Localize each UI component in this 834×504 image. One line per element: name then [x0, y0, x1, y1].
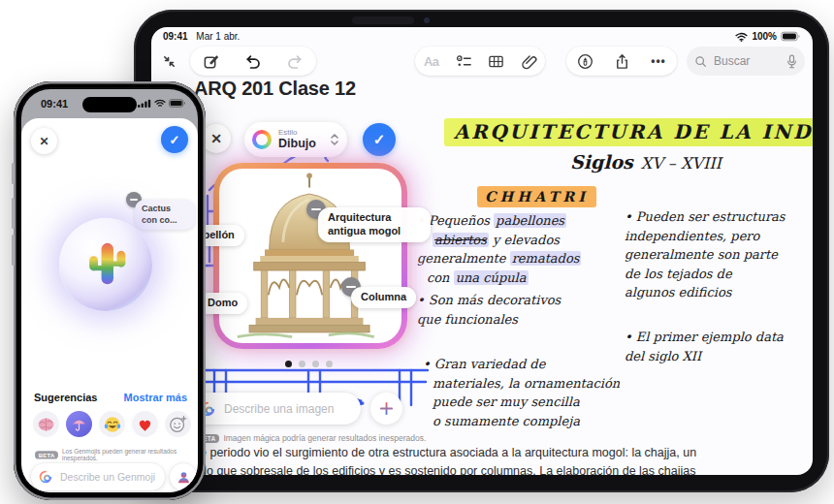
style-swatch-icon — [252, 130, 272, 149]
table-button[interactable] — [483, 47, 510, 75]
volume-up-button — [12, 198, 15, 229]
attachment-icon — [521, 53, 537, 70]
close-wand-button[interactable]: ✕ — [202, 124, 231, 153]
clock: 09:41 — [163, 31, 188, 42]
umbrella-emoji-icon — [71, 416, 87, 432]
iphone-status-bar: 09:41 — [21, 97, 198, 112]
compose-button[interactable] — [198, 47, 225, 75]
note-title[interactable]: ARQ 201 Clase 12 — [194, 78, 356, 100]
generated-image-frame[interactable] — [213, 163, 407, 349]
ipad-status-left: 09:41 Mar 1 abr. — [163, 31, 240, 42]
markup-icon — [577, 53, 593, 70]
person-genmoji-button[interactable] — [170, 463, 197, 490]
add-emoji-icon — [169, 415, 187, 433]
iphone-beta-row: BETA Los Genmojis pueden generar resulta… — [35, 449, 185, 461]
stage: 09:41 Mar 1 abr. 100% — [0, 0, 834, 504]
ipad-camera — [352, 16, 414, 24]
genmoji-wand-icon — [39, 470, 52, 484]
page-dot[interactable] — [299, 361, 305, 367]
show-more-link[interactable]: Mostrar más — [124, 392, 187, 403]
edit-toolbar-group — [190, 47, 316, 76]
markup-button[interactable] — [571, 47, 598, 75]
iphone-screen: 09:41 — [21, 89, 198, 492]
plus-icon — [379, 401, 394, 416]
label-architecture[interactable]: Arquitectura antigua mogol — [318, 207, 431, 242]
generated-chhatri-image — [219, 169, 401, 343]
close-icon: ✕ — [210, 131, 222, 146]
page-dot[interactable] — [326, 361, 333, 367]
mic-icon[interactable] — [786, 54, 797, 69]
battery-icon — [169, 99, 186, 108]
close-genmoji-button[interactable]: ✕ — [31, 128, 57, 154]
laugh-emoji-button[interactable] — [99, 411, 125, 437]
attachment-button[interactable] — [515, 47, 542, 75]
beta-badge: BETA — [35, 451, 58, 458]
variant-pager — [285, 361, 333, 367]
more-icon: ••• — [651, 54, 666, 68]
clock: 09:41 — [41, 98, 68, 110]
accept-genmoji-button[interactable]: ✓ — [161, 126, 188, 153]
checklist-button[interactable] — [450, 47, 477, 75]
ipad-device: 09:41 Mar 1 abr. 100% — [134, 10, 829, 492]
umbrella-genmoji-button[interactable] — [66, 411, 92, 437]
emoji-suggestions-row — [21, 411, 198, 440]
label-column[interactable]: Columna — [351, 287, 416, 308]
ipad-beta-row: BETA Imagen mágica podría generar result… — [194, 433, 426, 443]
wifi-icon — [735, 32, 748, 42]
dynamic-island — [82, 97, 137, 112]
iphone-device: 09:41 — [14, 81, 206, 500]
share-icon — [614, 53, 630, 70]
search-field — [687, 47, 805, 76]
redo-button[interactable] — [281, 47, 308, 75]
handwritten-bullet: • Gran variedad de materiales, la orname… — [423, 355, 620, 430]
checkmark-icon: ✓ — [170, 133, 180, 147]
actions-toolbar-group: ••• — [566, 47, 677, 76]
undo-button[interactable] — [240, 47, 267, 75]
checklist-icon — [456, 53, 472, 70]
collapse-toolbar-button[interactable] — [155, 47, 182, 75]
accept-image-button[interactable]: ✓ — [363, 123, 396, 156]
collapse-icon — [161, 53, 177, 70]
genmoji-sheet: ✕ ✓ Cactus con co... — [21, 118, 198, 492]
battery-icon — [781, 31, 801, 42]
genmoji-prompt-label[interactable]: Cactus con co... — [135, 200, 195, 230]
text-format-icon: Aa — [424, 54, 439, 69]
wifi-icon — [154, 99, 166, 108]
volume-down-button — [12, 235, 15, 266]
beta-note: Los Genmojis pueden generar resultados i… — [62, 449, 185, 461]
action-button — [12, 163, 15, 184]
describe-genmoji-field — [31, 463, 165, 490]
style-selector[interactable]: Estilo Dibujo — [244, 122, 347, 157]
describe-genmoji-input[interactable] — [58, 470, 157, 484]
iphone-status-icons — [138, 99, 186, 108]
share-button[interactable] — [608, 47, 635, 75]
handwritten-section-title: CHHATRI — [477, 188, 596, 205]
describe-image-input[interactable] — [222, 401, 351, 417]
note-body-text: e periodo vio el surgimiento de otra est… — [200, 444, 811, 475]
handwritten-subheading: SiglosXV – XVIII — [570, 151, 722, 173]
add-image-button[interactable] — [370, 393, 402, 425]
table-icon — [488, 53, 504, 70]
cactus-genmoji — [80, 235, 132, 295]
signal-icon — [138, 99, 151, 108]
search-input[interactable] — [712, 53, 782, 69]
handwritten-heading: ARQUITECTURA DE LA INDIA — [444, 120, 813, 143]
battery-percent: 100% — [752, 31, 777, 42]
format-toolbar-group: Aa — [415, 47, 545, 76]
person-icon — [176, 470, 191, 485]
text-format-button[interactable]: Aa — [418, 47, 445, 75]
search-icon — [694, 55, 707, 68]
beta-note: Imagen mágica podría generar resultados … — [223, 433, 426, 443]
page-dot[interactable] — [285, 361, 292, 367]
page-dot[interactable] — [312, 361, 319, 367]
describe-image-field — [190, 393, 361, 425]
brain-emoji-button[interactable] — [33, 411, 59, 437]
heart-emoji-button[interactable] — [132, 411, 158, 437]
add-emoji-button[interactable] — [165, 411, 191, 437]
undo-icon — [244, 52, 262, 70]
style-value: Dibujo — [278, 138, 323, 151]
ipad-status-bar: 09:41 Mar 1 abr. 100% — [151, 31, 813, 45]
more-button[interactable]: ••• — [645, 47, 672, 75]
checkmark-icon: ✓ — [373, 131, 386, 148]
heart-emoji-icon — [137, 417, 153, 432]
